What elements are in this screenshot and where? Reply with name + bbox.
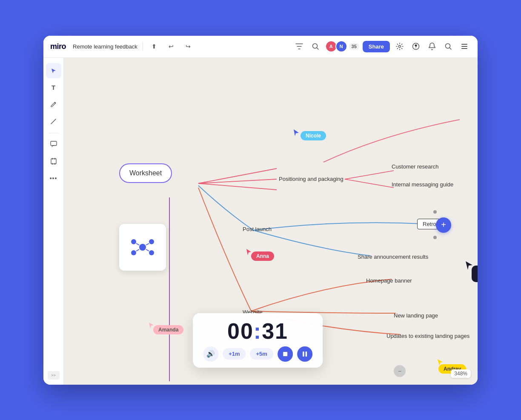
svg-rect-6	[461, 48, 467, 49]
text-icon: T	[52, 84, 55, 91]
node-internal-messaging[interactable]: Internal messaging guide	[392, 181, 453, 188]
svg-rect-31	[305, 351, 307, 357]
svg-line-27	[136, 249, 139, 251]
sidebar-separator-1	[49, 133, 59, 133]
redo-button[interactable]: ↪	[182, 40, 194, 52]
node-positioning[interactable]: Positioning and packaging	[279, 176, 344, 182]
canvas-area[interactable]: Worksheet Positioning and packaging Cust…	[64, 58, 478, 385]
toolbar: miro Remote learning feedback ⬆ ↩ ↪ A N	[43, 36, 478, 58]
search-button[interactable]	[442, 40, 455, 53]
svg-point-3	[446, 44, 450, 49]
comment-icon	[50, 141, 57, 148]
logo: miro	[50, 42, 66, 51]
avatar-2: N	[335, 40, 347, 52]
frame-icon	[50, 158, 57, 165]
help-button[interactable]	[409, 40, 422, 53]
pause-icon	[302, 351, 307, 357]
svg-point-24	[149, 250, 154, 255]
svg-point-21	[131, 239, 136, 244]
node-updates-landing[interactable]: Updates to existing landing pages	[386, 333, 469, 339]
sidebar-expand-btn[interactable]: >>	[48, 371, 60, 380]
svg-rect-5	[461, 46, 467, 47]
nicole-label: Nicole	[301, 131, 326, 140]
dot-above-retro	[433, 210, 437, 214]
tool-more[interactable]: •••	[46, 171, 61, 186]
svg-line-17	[345, 171, 394, 179]
tool-pencil[interactable]	[46, 97, 61, 112]
timer-sound-button[interactable]: 🔊	[203, 346, 218, 362]
board-title: Remote learning feedback	[73, 43, 137, 50]
eitan-label: Eitan	[472, 266, 478, 282]
node-worksheet[interactable]: Worksheet	[119, 163, 172, 183]
dot-below-retro	[433, 236, 437, 239]
tool-select[interactable]	[46, 63, 61, 78]
svg-point-23	[131, 250, 136, 255]
sticker-card[interactable]	[119, 224, 166, 271]
timer-pause-button[interactable]	[297, 346, 312, 362]
node-new-landing[interactable]: New landing page	[394, 312, 438, 319]
node-homepage-banner[interactable]: Homepage banner	[366, 277, 412, 284]
undo-button[interactable]: ↩	[165, 40, 177, 52]
svg-line-7	[51, 119, 56, 124]
timer-stop-button[interactable]	[278, 346, 293, 362]
svg-point-2	[415, 48, 416, 49]
svg-line-26	[146, 243, 149, 245]
toolbar-right: A N 35 Share	[293, 40, 471, 53]
stop-icon	[283, 351, 288, 357]
svg-line-14	[198, 169, 277, 183]
svg-line-18	[345, 179, 394, 188]
svg-rect-4	[461, 44, 467, 45]
zoom-button[interactable]	[309, 40, 322, 53]
svg-rect-8	[51, 141, 57, 146]
node-share-announcement[interactable]: Share announcement results	[358, 254, 428, 260]
miro-window: miro Remote learning feedback ⬆ ↩ ↪ A N	[43, 36, 478, 385]
svg-line-28	[146, 249, 149, 251]
more-icon: •••	[50, 175, 57, 182]
worksheet-label: Worksheet	[129, 169, 162, 177]
settings-icon	[396, 43, 404, 50]
tool-line[interactable]	[46, 114, 61, 129]
add-button[interactable]: +	[436, 217, 451, 233]
left-sidebar: T ••• >>	[43, 58, 64, 385]
timer-minutes: 00	[227, 319, 254, 343]
menu-button[interactable]	[458, 40, 471, 53]
nicole-cursor-arrow	[292, 129, 301, 138]
tool-comment[interactable]	[46, 137, 61, 152]
settings-button[interactable]	[393, 40, 406, 53]
svg-point-20	[139, 244, 146, 251]
timer-add1m-button[interactable]: +1m	[223, 348, 246, 360]
tool-text[interactable]: T	[46, 80, 61, 95]
svg-line-16	[198, 183, 277, 190]
sound-icon: 🔊	[206, 350, 215, 358]
upload-button[interactable]: ⬆	[148, 40, 160, 52]
svg-rect-30	[303, 351, 304, 357]
bell-button[interactable]	[426, 40, 438, 53]
tool-frame[interactable]	[46, 154, 61, 169]
svg-point-22	[149, 239, 154, 244]
zoom-badge: 348%	[451, 369, 471, 378]
line-icon	[50, 118, 57, 125]
timer-seconds: 31	[262, 319, 288, 343]
timer-panel: 00:31 🔊 +1m +5m	[193, 313, 323, 368]
timer-controls: 🔊 +1m +5m	[203, 346, 312, 362]
svg-rect-29	[283, 352, 287, 356]
menu-icon	[461, 43, 468, 50]
zoom-icon	[312, 43, 319, 50]
node-customer-research[interactable]: Customer research	[392, 163, 439, 170]
svg-point-0	[312, 44, 317, 49]
toolbar-divider	[143, 42, 143, 51]
redo-icon: ↪	[186, 43, 191, 50]
cursor-filter-icon	[295, 43, 303, 49]
upload-icon: ⬆	[152, 43, 157, 50]
avatar-group: A N 35	[325, 40, 359, 52]
undo-icon: ↩	[169, 43, 174, 50]
share-button[interactable]: Share	[363, 41, 390, 52]
bell-icon	[429, 43, 435, 50]
select-icon	[51, 68, 57, 74]
anna-label: Anna	[251, 251, 274, 261]
help-icon	[412, 43, 420, 50]
timer-add5m-button[interactable]: +5m	[250, 348, 273, 360]
cursor-filter-button[interactable]	[293, 40, 306, 53]
node-post-launch[interactable]: Post launch	[243, 226, 272, 232]
minus-button[interactable]: −	[394, 365, 406, 377]
